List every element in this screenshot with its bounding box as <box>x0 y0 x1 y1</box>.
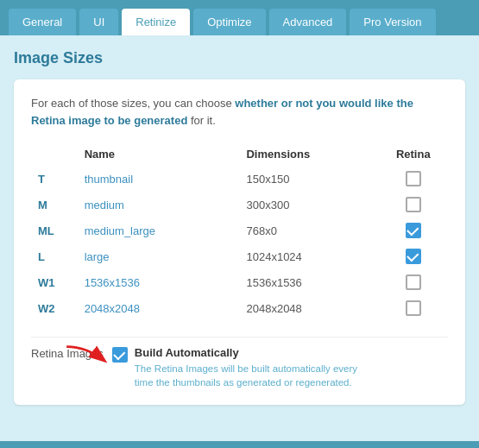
red-arrow-icon <box>62 343 110 370</box>
description: For each of those sizes, you can choose … <box>31 95 448 129</box>
row-abbr: L <box>31 243 78 269</box>
arrow-wrapper: Build Automatically The Retina Images wi… <box>112 346 359 389</box>
build-auto-desc: The Retina Images will be built automati… <box>135 362 359 389</box>
row-name: medium_large <box>78 218 240 243</box>
row-abbr: T <box>31 166 78 192</box>
build-auto-content: Build Automatically The Retina Images wi… <box>112 346 359 389</box>
retina-checkbox-l[interactable] <box>406 249 421 264</box>
row-retina-cell <box>378 243 448 269</box>
col-abbr <box>31 142 78 166</box>
tab-retinize[interactable]: Retinize <box>122 9 190 35</box>
row-name: medium <box>78 192 240 218</box>
col-dimensions-header: Dimensions <box>239 142 378 166</box>
tab-ui[interactable]: UI <box>79 9 118 35</box>
retina-checkbox-w2[interactable] <box>406 300 421 316</box>
row-dimensions: 768x0 <box>239 218 378 243</box>
col-retina-header: Retina <box>378 142 448 166</box>
row-abbr: W1 <box>31 269 78 295</box>
main-card: For each of those sizes, you can choose … <box>14 79 465 405</box>
row-name: 2048x2048 <box>78 295 240 321</box>
retina-checkbox-ml[interactable] <box>406 223 421 238</box>
tab-general[interactable]: General <box>9 9 76 35</box>
build-auto-label: Build Automatically <box>135 346 359 359</box>
row-name: 1536x1536 <box>78 269 240 295</box>
row-retina-cell <box>378 218 448 243</box>
retina-checkbox-w1[interactable] <box>406 274 421 290</box>
table-row: M medium 300x300 <box>31 192 448 218</box>
row-retina-cell <box>378 192 448 218</box>
row-dimensions: 2048x2048 <box>239 295 378 321</box>
retina-checkbox-m[interactable] <box>406 197 421 212</box>
row-abbr: W2 <box>31 295 78 321</box>
desc-part1: For each of those sizes, you can choose <box>31 97 235 110</box>
table-row: W2 2048x2048 2048x2048 <box>31 295 448 321</box>
sizes-table: Name Dimensions Retina T thumbnail 150x1… <box>31 142 448 321</box>
retina-images-row: Retina Images Build Automatically The <box>31 337 448 389</box>
tab-bar: General UI Retinize Optimize Advanced Pr… <box>0 0 479 35</box>
row-dimensions: 1536x1536 <box>239 269 378 295</box>
tab-advanced[interactable]: Advanced <box>269 9 347 35</box>
table-row: ML medium_large 768x0 <box>31 218 448 243</box>
row-abbr: M <box>31 192 78 218</box>
page-title: Image Sizes <box>14 49 465 67</box>
table-row: W1 1536x1536 1536x1536 <box>31 269 448 295</box>
content-area: Image Sizes For each of those sizes, you… <box>0 35 479 441</box>
row-retina-cell <box>378 166 448 192</box>
desc-part2: for it. <box>187 114 216 127</box>
row-name: thumbnail <box>78 166 240 192</box>
tab-optimize[interactable]: Optimize <box>193 9 265 35</box>
col-name-header: Name <box>78 142 240 166</box>
row-abbr: ML <box>31 218 78 243</box>
build-auto-checkbox[interactable] <box>112 347 128 363</box>
row-dimensions: 300x300 <box>239 192 378 218</box>
table-row: L large 1024x1024 <box>31 243 448 269</box>
row-dimensions: 150x150 <box>239 166 378 192</box>
tab-pro-version[interactable]: Pro Version <box>350 9 435 35</box>
row-dimensions: 1024x1024 <box>239 243 378 269</box>
build-auto-text: Build Automatically The Retina Images wi… <box>135 346 359 389</box>
retina-checkbox-t[interactable] <box>406 171 421 186</box>
table-row: T thumbnail 150x150 <box>31 166 448 192</box>
row-retina-cell <box>378 295 448 321</box>
row-name: large <box>78 243 240 269</box>
row-retina-cell <box>378 269 448 295</box>
